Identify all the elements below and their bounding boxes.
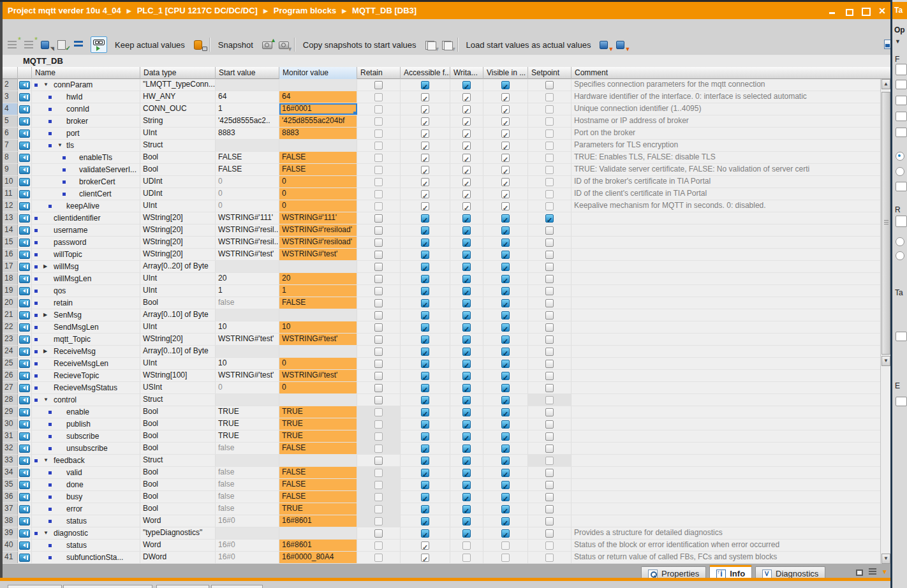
accessible-checkbox[interactable] — [421, 178, 429, 186]
data-type-cell[interactable]: WString[20] — [140, 212, 216, 224]
row-number[interactable]: 35 — [3, 479, 18, 490]
monitor-value-cell[interactable]: 0 — [279, 358, 357, 369]
name-cell[interactable]: clientCert — [32, 188, 140, 200]
bottom-tab-stub[interactable] — [156, 585, 209, 588]
visible-checkbox[interactable] — [501, 541, 510, 550]
writable-checkbox[interactable] — [462, 299, 471, 307]
accessible-checkbox[interactable] — [421, 251, 429, 259]
scrollbar-thumb[interactable] — [881, 92, 890, 355]
comment-cell[interactable]: Hostname or IP address of broker — [571, 115, 880, 127]
table-row[interactable]: 25ReceiveMsgLenUInt100 — [3, 358, 880, 370]
start-value-cell[interactable]: WSTRING#'test' — [216, 249, 279, 260]
setpoint-checkbox[interactable] — [545, 226, 554, 235]
task-card-checkbox[interactable] — [896, 112, 907, 121]
row-number[interactable]: 31 — [3, 430, 18, 442]
writable-checkbox[interactable] — [462, 517, 471, 526]
name-cell[interactable]: RecieveMsgStatus — [32, 382, 140, 393]
row-number[interactable]: 3 — [3, 91, 18, 103]
row-number[interactable]: 15 — [3, 237, 18, 248]
column-header-name[interactable]: Name — [32, 67, 140, 79]
setpoint-checkbox[interactable] — [545, 481, 554, 489]
expander-icon[interactable]: ▶ — [43, 310, 47, 320]
accessible-checkbox[interactable] — [421, 154, 429, 162]
setpoint-checkbox[interactable] — [545, 311, 554, 320]
visible-checkbox[interactable] — [501, 445, 510, 453]
name-cell[interactable]: unsubscribe — [32, 443, 140, 454]
writable-checkbox[interactable] — [462, 154, 471, 162]
accessible-checkbox[interactable] — [421, 105, 429, 114]
accessible-checkbox[interactable] — [421, 129, 429, 138]
collapse-inspector-icon[interactable]: ▼ — [881, 568, 890, 576]
name-cell[interactable]: ▶willMsg — [32, 261, 140, 272]
table-row[interactable]: 24▶ReceiveMsgArray[0..10] of Byte — [3, 346, 880, 358]
table-row[interactable]: 38statusWord16#016#8601 — [3, 515, 880, 527]
data-type-cell[interactable]: Array[0..10] of Byte — [140, 346, 216, 357]
table-row[interactable]: 17▶willMsgArray[0..20] of Byte — [3, 261, 880, 273]
retain-checkbox[interactable] — [374, 202, 383, 210]
name-cell[interactable]: busy — [32, 491, 140, 503]
data-type-cell[interactable]: WString[20] — [140, 249, 216, 260]
task-card-radio[interactable] — [896, 251, 904, 260]
visible-checkbox[interactable] — [501, 129, 510, 138]
comment-cell[interactable] — [571, 503, 880, 515]
start-value-cell[interactable]: false — [216, 479, 279, 490]
keep-actual-values-icon[interactable] — [41, 40, 52, 50]
start-value-cell[interactable]: 1 — [216, 103, 279, 115]
setpoint-checkbox[interactable] — [545, 505, 554, 513]
monitor-value-cell[interactable]: FALSE — [279, 297, 357, 309]
comment-cell[interactable]: ID of the client's certificate in TIA Po… — [571, 188, 880, 200]
retain-checkbox[interactable] — [374, 432, 383, 441]
data-type-cell[interactable]: UInt — [140, 358, 216, 369]
table-row[interactable]: 34validBoolfalseFALSE — [3, 467, 880, 479]
table-row[interactable]: 16willTopicWString[20]WSTRING#'test'WSTR… — [3, 249, 880, 261]
row-number[interactable]: 7 — [3, 140, 18, 151]
visible-checkbox[interactable] — [501, 360, 510, 368]
visible-checkbox[interactable] — [501, 372, 510, 380]
accessible-checkbox[interactable] — [421, 396, 429, 404]
selection-fill-handle[interactable] — [353, 112, 357, 115]
visible-checkbox[interactable] — [501, 154, 510, 162]
task-card-radio[interactable] — [896, 167, 904, 176]
accessible-checkbox[interactable] — [421, 117, 429, 126]
copy-snapshot-setpoints-icon[interactable] — [442, 40, 454, 50]
visible-checkbox[interactable] — [501, 81, 510, 89]
name-cell[interactable]: ▼connParam — [32, 79, 140, 91]
row-number[interactable]: 20 — [3, 297, 18, 309]
writable-checkbox[interactable] — [462, 432, 471, 441]
writable-checkbox[interactable] — [462, 117, 471, 126]
table-row[interactable]: 40statusWord16#016#8601Status of the blo… — [3, 540, 880, 552]
name-cell[interactable]: clientidentifier — [32, 212, 140, 224]
data-type-cell[interactable]: UInt — [140, 321, 216, 333]
start-value-cell[interactable]: '425d8555ac2.. — [216, 115, 279, 127]
accessible-checkbox[interactable] — [421, 263, 429, 271]
retain-checkbox[interactable] — [374, 469, 383, 477]
name-cell[interactable]: willTopic — [32, 249, 140, 260]
setpoint-checkbox[interactable] — [545, 93, 554, 101]
monitor-value-cell[interactable]: 20 — [279, 273, 357, 284]
setpoint-checkbox[interactable] — [545, 190, 554, 198]
expander-icon[interactable]: ▼ — [43, 80, 48, 90]
visible-checkbox[interactable] — [501, 323, 510, 332]
monitor-value-cell[interactable]: WSTRING#'111' — [279, 212, 357, 224]
data-type-cell[interactable]: UInt — [140, 200, 216, 212]
accessible-checkbox[interactable] — [421, 408, 429, 416]
accessible-checkbox[interactable] — [421, 275, 429, 283]
row-number[interactable]: 41 — [3, 552, 18, 563]
expander-icon[interactable]: ▶ — [43, 346, 47, 356]
retain-checkbox[interactable] — [374, 517, 383, 526]
row-number[interactable]: 22 — [3, 321, 18, 333]
start-value-cell[interactable]: WSTRING#'test' — [216, 334, 279, 345]
row-number[interactable]: 21 — [3, 309, 18, 321]
data-type-cell[interactable]: UInt — [140, 128, 216, 139]
accessible-checkbox[interactable] — [421, 445, 429, 453]
visible-checkbox[interactable] — [501, 517, 510, 526]
start-value-cell[interactable] — [216, 79, 279, 91]
data-type-cell[interactable]: Bool — [140, 297, 216, 309]
writable-checkbox[interactable] — [462, 129, 471, 138]
retain-checkbox[interactable] — [374, 214, 383, 223]
data-type-cell[interactable]: CONN_OUC — [140, 103, 216, 115]
comment-cell[interactable]: Specifies connection parameters for the … — [571, 79, 880, 91]
row-number[interactable]: 13 — [3, 212, 18, 224]
breadcrumb-item[interactable]: Program blocks — [274, 6, 336, 15]
table-row[interactable]: 13clientidentifierWString[20]WSTRING#'11… — [3, 212, 880, 224]
